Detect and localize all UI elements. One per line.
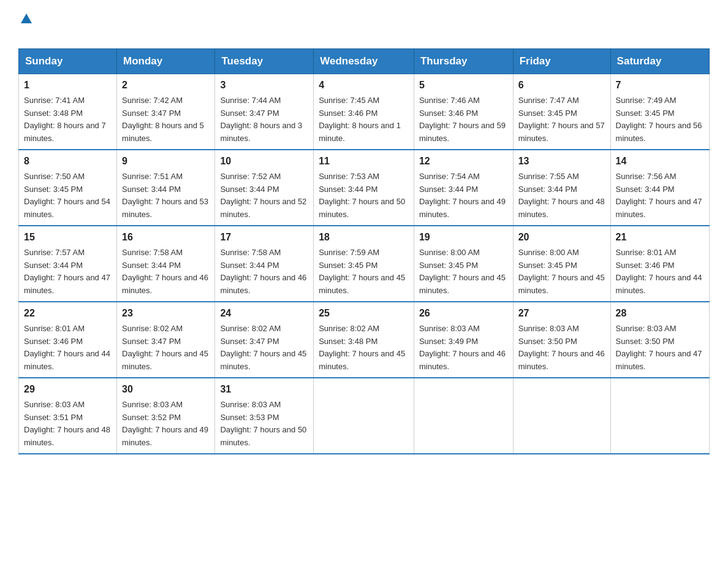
day-number: 27 [518, 306, 605, 321]
day-info: Sunrise: 7:50 AMSunset: 3:45 PMDaylight:… [24, 170, 112, 221]
day-number: 4 [319, 78, 409, 93]
day-number: 18 [319, 230, 409, 245]
day-number: 17 [220, 230, 308, 245]
logo-triangle-icon [20, 12, 33, 26]
day-info: Sunrise: 8:03 AMSunset: 3:53 PMDaylight:… [220, 399, 308, 450]
logo [18, 12, 34, 39]
day-info: Sunrise: 8:01 AMSunset: 3:46 PMDaylight:… [24, 323, 112, 373]
calendar-week-row: 15Sunrise: 7:57 AMSunset: 3:44 PMDayligh… [19, 226, 710, 302]
calendar-cell: 21Sunrise: 8:01 AMSunset: 3:46 PMDayligh… [610, 226, 709, 302]
calendar-cell: 1Sunrise: 7:41 AMSunset: 3:48 PMDaylight… [19, 74, 117, 150]
calendar-cell: 28Sunrise: 8:03 AMSunset: 3:50 PMDayligh… [610, 302, 709, 378]
day-info: Sunrise: 7:54 AMSunset: 3:44 PMDaylight:… [419, 170, 508, 221]
calendar-cell: 14Sunrise: 7:56 AMSunset: 3:44 PMDayligh… [610, 150, 709, 226]
day-number: 1 [24, 78, 112, 93]
weekday-header-tuesday: Tuesday [215, 49, 314, 74]
day-info: Sunrise: 7:58 AMSunset: 3:44 PMDaylight:… [122, 247, 210, 297]
weekday-header-thursday: Thursday [414, 49, 513, 74]
day-number: 9 [122, 154, 210, 169]
weekday-header-wednesday: Wednesday [314, 49, 414, 74]
calendar-cell: 23Sunrise: 8:02 AMSunset: 3:47 PMDayligh… [117, 302, 215, 378]
day-info: Sunrise: 7:52 AMSunset: 3:44 PMDaylight:… [220, 170, 308, 221]
day-number: 29 [24, 382, 112, 397]
day-info: Sunrise: 8:03 AMSunset: 3:50 PMDaylight:… [616, 323, 704, 373]
day-info: Sunrise: 7:58 AMSunset: 3:44 PMDaylight:… [220, 247, 308, 297]
day-info: Sunrise: 7:55 AMSunset: 3:44 PMDaylight:… [518, 170, 605, 221]
day-number: 6 [518, 78, 605, 93]
calendar-cell [610, 378, 709, 454]
calendar-cell: 6Sunrise: 7:47 AMSunset: 3:45 PMDaylight… [513, 74, 610, 150]
weekday-header-monday: Monday [117, 49, 215, 74]
calendar-week-row: 22Sunrise: 8:01 AMSunset: 3:46 PMDayligh… [19, 302, 710, 378]
day-number: 22 [24, 306, 112, 321]
day-number: 2 [122, 78, 210, 93]
day-info: Sunrise: 7:44 AMSunset: 3:47 PMDaylight:… [220, 94, 308, 145]
svg-marker-0 [21, 13, 32, 23]
day-number: 15 [24, 230, 112, 245]
calendar-cell: 20Sunrise: 8:00 AMSunset: 3:45 PMDayligh… [513, 226, 610, 302]
calendar-week-row: 29Sunrise: 8:03 AMSunset: 3:51 PMDayligh… [19, 378, 710, 454]
day-info: Sunrise: 7:49 AMSunset: 3:45 PMDaylight:… [616, 94, 704, 145]
day-info: Sunrise: 8:01 AMSunset: 3:46 PMDaylight:… [616, 247, 704, 297]
calendar-cell: 22Sunrise: 8:01 AMSunset: 3:46 PMDayligh… [19, 302, 117, 378]
calendar-cell: 7Sunrise: 7:49 AMSunset: 3:45 PMDaylight… [610, 74, 709, 150]
day-number: 23 [122, 306, 210, 321]
day-info: Sunrise: 7:46 AMSunset: 3:46 PMDaylight:… [419, 94, 508, 145]
calendar-cell [314, 378, 414, 454]
calendar-cell: 11Sunrise: 7:53 AMSunset: 3:44 PMDayligh… [314, 150, 414, 226]
day-info: Sunrise: 8:02 AMSunset: 3:48 PMDaylight:… [319, 323, 409, 373]
calendar-cell: 9Sunrise: 7:51 AMSunset: 3:44 PMDaylight… [117, 150, 215, 226]
day-number: 8 [24, 154, 112, 169]
day-info: Sunrise: 8:03 AMSunset: 3:52 PMDaylight:… [122, 399, 210, 450]
day-info: Sunrise: 7:56 AMSunset: 3:44 PMDaylight:… [616, 170, 704, 221]
calendar-cell: 30Sunrise: 8:03 AMSunset: 3:52 PMDayligh… [117, 378, 215, 454]
calendar-cell: 31Sunrise: 8:03 AMSunset: 3:53 PMDayligh… [215, 378, 314, 454]
calendar-cell: 2Sunrise: 7:42 AMSunset: 3:47 PMDaylight… [117, 74, 215, 150]
day-number: 10 [220, 154, 308, 169]
day-info: Sunrise: 8:02 AMSunset: 3:47 PMDaylight:… [122, 323, 210, 373]
day-number: 11 [319, 154, 409, 169]
day-info: Sunrise: 8:03 AMSunset: 3:51 PMDaylight:… [24, 399, 112, 450]
day-info: Sunrise: 8:00 AMSunset: 3:45 PMDaylight:… [518, 247, 605, 297]
weekday-header-sunday: Sunday [19, 49, 117, 74]
day-info: Sunrise: 7:53 AMSunset: 3:44 PMDaylight:… [319, 170, 409, 221]
calendar-cell [513, 378, 610, 454]
day-info: Sunrise: 7:51 AMSunset: 3:44 PMDaylight:… [122, 170, 210, 221]
weekday-header-row: SundayMondayTuesdayWednesdayThursdayFrid… [19, 49, 710, 74]
calendar-cell: 27Sunrise: 8:03 AMSunset: 3:50 PMDayligh… [513, 302, 610, 378]
day-number: 14 [616, 154, 704, 169]
day-info: Sunrise: 7:42 AMSunset: 3:47 PMDaylight:… [122, 94, 210, 145]
day-number: 28 [616, 306, 704, 321]
calendar-cell: 17Sunrise: 7:58 AMSunset: 3:44 PMDayligh… [215, 226, 314, 302]
calendar-cell: 12Sunrise: 7:54 AMSunset: 3:44 PMDayligh… [414, 150, 513, 226]
day-number: 12 [419, 154, 508, 169]
day-number: 19 [419, 230, 508, 245]
day-info: Sunrise: 7:47 AMSunset: 3:45 PMDaylight:… [518, 94, 605, 145]
calendar-cell: 5Sunrise: 7:46 AMSunset: 3:46 PMDaylight… [414, 74, 513, 150]
calendar-cell [414, 378, 513, 454]
day-number: 20 [518, 230, 605, 245]
calendar-cell: 29Sunrise: 8:03 AMSunset: 3:51 PMDayligh… [19, 378, 117, 454]
day-number: 30 [122, 382, 210, 397]
calendar-cell: 4Sunrise: 7:45 AMSunset: 3:46 PMDaylight… [314, 74, 414, 150]
header [18, 12, 710, 39]
calendar-week-row: 8Sunrise: 7:50 AMSunset: 3:45 PMDaylight… [19, 150, 710, 226]
day-info: Sunrise: 8:03 AMSunset: 3:49 PMDaylight:… [419, 323, 508, 373]
calendar-cell: 16Sunrise: 7:58 AMSunset: 3:44 PMDayligh… [117, 226, 215, 302]
calendar-cell: 15Sunrise: 7:57 AMSunset: 3:44 PMDayligh… [19, 226, 117, 302]
weekday-header-friday: Friday [513, 49, 610, 74]
day-info: Sunrise: 7:57 AMSunset: 3:44 PMDaylight:… [24, 247, 112, 297]
day-number: 5 [419, 78, 508, 93]
calendar-cell: 25Sunrise: 8:02 AMSunset: 3:48 PMDayligh… [314, 302, 414, 378]
calendar-cell: 26Sunrise: 8:03 AMSunset: 3:49 PMDayligh… [414, 302, 513, 378]
day-number: 3 [220, 78, 308, 93]
day-number: 25 [319, 306, 409, 321]
calendar-cell: 10Sunrise: 7:52 AMSunset: 3:44 PMDayligh… [215, 150, 314, 226]
weekday-header-saturday: Saturday [610, 49, 709, 74]
day-number: 26 [419, 306, 508, 321]
calendar-cell: 3Sunrise: 7:44 AMSunset: 3:47 PMDaylight… [215, 74, 314, 150]
calendar-cell: 8Sunrise: 7:50 AMSunset: 3:45 PMDaylight… [19, 150, 117, 226]
day-number: 13 [518, 154, 605, 169]
day-info: Sunrise: 7:41 AMSunset: 3:48 PMDaylight:… [24, 94, 112, 145]
day-number: 16 [122, 230, 210, 245]
